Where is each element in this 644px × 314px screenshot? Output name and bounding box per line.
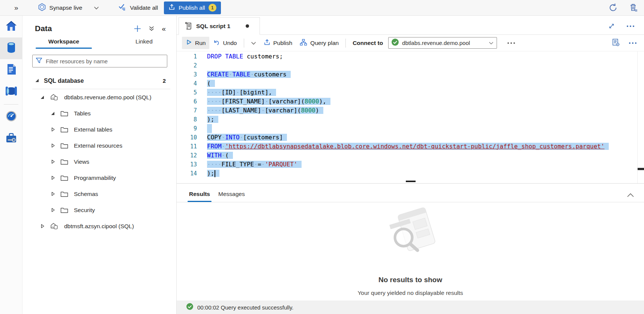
more-icon[interactable] — [627, 40, 639, 46]
no-results-illustration — [380, 206, 440, 259]
folder-icon — [60, 158, 68, 165]
publish-button[interactable]: Publish — [260, 37, 296, 49]
code-line-12: WITH·( — [177, 151, 638, 160]
collapsed-twisty-icon[interactable] — [39, 224, 45, 229]
collapse-results-chevron-up-icon[interactable] — [627, 193, 634, 197]
tree-item-dbtlabs-revenue-demo-pool-sql-[interactable]: dbtlabs.revenue.demo.pool (SQL) — [23, 89, 176, 105]
tab-sql-script-1[interactable]: SQL script 1 — [179, 17, 260, 35]
editor-toolbar: Run Undo Publish — [177, 35, 644, 51]
nav-manage[interactable] — [0, 128, 22, 150]
collapse-left-icon[interactable]: « — [162, 25, 166, 32]
scrollbar-track[interactable] — [637, 51, 638, 183]
expand-editor-icon[interactable] — [608, 23, 615, 29]
tree-item-label: Schemas — [74, 191, 98, 197]
tab-title: SQL script 1 — [196, 23, 230, 30]
tree-item-external-tables[interactable]: External tables — [23, 121, 176, 138]
expanded-twisty-icon[interactable] — [39, 95, 45, 100]
undo-icon — [213, 39, 220, 47]
tab-workspace[interactable]: Workspace — [36, 38, 92, 49]
code-line-14: ); — [177, 169, 638, 178]
sql-pool-icon — [50, 222, 59, 230]
nav-data[interactable] — [0, 37, 22, 59]
mode-label: Synapse live — [50, 4, 83, 11]
tree-item-label: Security — [74, 207, 95, 214]
tree-item-label: External resources — [74, 142, 122, 149]
discard-trash-icon[interactable] — [629, 3, 638, 12]
top-right-group — [608, 3, 638, 12]
sql-editor-pane: SQL script 1 Run Undo — [177, 16, 644, 314]
folder-icon — [60, 126, 68, 133]
undo-button[interactable]: Undo — [209, 37, 240, 49]
toolbar-separator — [244, 39, 244, 48]
code-line-3: CREATE·TABLE·customers — [177, 70, 638, 79]
publish-label: Publish — [273, 40, 293, 46]
collapsed-twisty-icon[interactable] — [50, 175, 56, 180]
results-empty-state: No results to show Your query yielded no… — [177, 202, 644, 301]
tree-item-security[interactable]: Security — [23, 202, 176, 218]
top-command-bar: » Synapse live Validate all — [0, 0, 644, 16]
nav-develop[interactable] — [0, 59, 22, 81]
filter-funnel-icon — [36, 57, 42, 65]
query-plan-icon — [300, 39, 307, 47]
scrollbar-cursor-mark — [638, 168, 644, 170]
text-cursor — [215, 170, 215, 177]
home-icon — [6, 21, 17, 33]
expand-panel-icon[interactable]: » — [14, 4, 18, 12]
tree-item-schemas[interactable]: Schemas — [23, 186, 176, 202]
run-options-chevron[interactable] — [247, 37, 260, 49]
refresh-icon[interactable] — [608, 3, 618, 12]
more-icon[interactable] — [505, 40, 517, 46]
more-icon[interactable] — [624, 23, 636, 29]
collapsed-twisty-icon[interactable] — [50, 208, 56, 212]
expanded-twisty-icon[interactable] — [50, 111, 56, 116]
code-editor[interactable]: 1234567891011121314 DROP TABLE customers… — [177, 51, 644, 183]
tab-messages[interactable]: Messages — [216, 191, 247, 202]
empty-results-subtitle: Your query yielded no displayable result… — [357, 290, 463, 296]
nav-integrate[interactable] — [0, 81, 22, 103]
double-chevron-down-icon[interactable] — [149, 25, 155, 31]
properties-icon[interactable] — [612, 38, 620, 48]
mode-selector[interactable]: Synapse live — [38, 3, 99, 13]
pool-dropdown[interactable]: dbtlabs.revenue.demo.pool — [388, 37, 497, 49]
tree-item-views[interactable]: Views — [23, 154, 176, 170]
expanded-twisty-icon — [35, 78, 39, 84]
tree-item-dbtmsft-azsyn-cipool-sql-[interactable]: dbtmsft.azsyn.cipool (SQL) — [23, 218, 176, 234]
code-line-1: DROP TABLE customers; — [177, 52, 638, 61]
status-message: 00:00:02 Query executed successfully. — [197, 304, 294, 311]
code-line-9 — [177, 124, 638, 133]
unsaved-dot-icon — [246, 24, 249, 28]
validate-all-button[interactable]: Validate all — [119, 3, 158, 12]
tab-results[interactable]: Results — [187, 191, 212, 202]
folder-icon — [60, 207, 68, 213]
query-plan-label: Query plan — [310, 40, 339, 46]
splitter-drag-handle[interactable] — [406, 181, 416, 182]
tree-item-tables[interactable]: Tables — [23, 105, 176, 121]
collapsed-twisty-icon[interactable] — [50, 143, 56, 148]
tree-root-sql-database[interactable]: SQL database 2 — [23, 73, 176, 89]
tree-item-label: dbtlabs.revenue.demo.pool (SQL) — [64, 94, 152, 101]
run-button[interactable]: Run — [182, 37, 209, 49]
nav-home[interactable] — [0, 16, 22, 37]
tree-item-label: External tables — [74, 126, 113, 133]
undo-label: Undo — [223, 40, 237, 46]
collapsed-twisty-icon[interactable] — [50, 127, 56, 132]
add-icon[interactable] — [134, 25, 141, 33]
document-tabstrip: SQL script 1 — [177, 16, 644, 35]
data-explorer-panel: Data « Workspace Linked — [23, 16, 177, 314]
tree-item-label: Tables — [74, 110, 91, 117]
filter-input[interactable] — [46, 58, 164, 64]
collapsed-twisty-icon[interactable] — [50, 159, 56, 164]
top-left-group: » Synapse live Validate all — [0, 1, 221, 14]
manage-icon — [6, 133, 17, 145]
success-check-icon — [186, 303, 194, 312]
tree-item-external-resources[interactable]: External resources — [23, 138, 176, 154]
query-plan-button[interactable]: Query plan — [296, 37, 342, 49]
resource-tree: SQL database 2 dbtlabs.revenue.demo.pool… — [23, 73, 176, 234]
publish-all-button[interactable]: Publish all 1 — [164, 1, 221, 14]
tab-linked[interactable]: Linked — [116, 38, 172, 49]
monitor-icon — [6, 111, 17, 123]
panel-pivot-tabs: Workspace Linked — [23, 38, 176, 49]
collapsed-twisty-icon[interactable] — [50, 191, 56, 196]
tree-item-programmability[interactable]: Programmability — [23, 170, 176, 186]
nav-monitor[interactable] — [0, 106, 22, 128]
